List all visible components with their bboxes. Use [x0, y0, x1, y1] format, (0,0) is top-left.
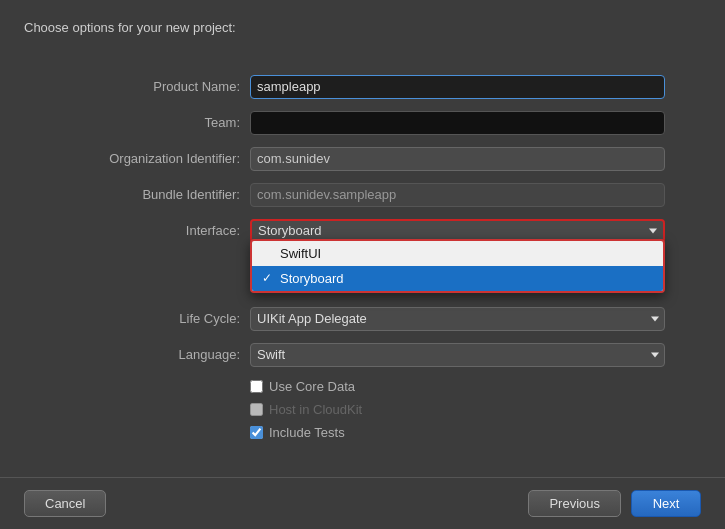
interface-row: Interface: Storyboard SwiftUI ✓ Storyboa…: [60, 219, 665, 243]
interface-dropdown-arrow: [649, 228, 657, 233]
new-project-dialog: Choose options for your new project: Pro…: [0, 0, 725, 529]
team-row: Team:: [60, 111, 665, 135]
include-tests-label: Include Tests: [269, 425, 345, 440]
language-dropdown-wrapper: Swift: [250, 343, 665, 367]
footer-right-buttons: Previous Next: [528, 490, 701, 517]
cancel-button[interactable]: Cancel: [24, 490, 106, 517]
language-row: Language: Swift: [60, 343, 665, 367]
use-core-data-label: Use Core Data: [269, 379, 355, 394]
interface-selected-value: Storyboard: [258, 223, 639, 238]
include-tests-checkbox[interactable]: [250, 426, 263, 439]
product-name-input[interactable]: [250, 75, 665, 99]
team-input[interactable]: [250, 111, 665, 135]
lifecycle-label: Life Cycle:: [60, 311, 250, 326]
include-tests-container: Include Tests: [250, 425, 345, 440]
host-cloudkit-row: Host in CloudKit: [60, 402, 665, 417]
org-id-label: Organization Identifier:: [60, 151, 250, 166]
host-cloudkit-checkbox[interactable]: [250, 403, 263, 416]
interface-option-swiftui[interactable]: SwiftUI: [252, 241, 663, 266]
dialog-title: Choose options for your new project:: [0, 0, 725, 45]
product-name-label: Product Name:: [60, 79, 250, 94]
product-name-row: Product Name:: [60, 75, 665, 99]
swiftui-label: SwiftUI: [280, 246, 321, 261]
language-label: Language:: [60, 347, 250, 362]
lifecycle-row: Life Cycle: UIKit App Delegate: [60, 307, 665, 331]
interface-option-storyboard[interactable]: ✓ Storyboard: [252, 266, 663, 291]
use-core-data-row: Use Core Data: [60, 379, 665, 394]
bundle-id-label: Bundle Identifier:: [60, 187, 250, 202]
previous-button[interactable]: Previous: [528, 490, 621, 517]
storyboard-check: ✓: [262, 271, 276, 285]
storyboard-label: Storyboard: [280, 271, 344, 286]
use-core-data-checkbox[interactable]: [250, 380, 263, 393]
host-cloudkit-container: Host in CloudKit: [250, 402, 362, 417]
bundle-id-row: Bundle Identifier: com.sunidev.sampleapp: [60, 183, 665, 207]
include-tests-row: Include Tests: [60, 425, 665, 440]
lifecycle-dropdown[interactable]: UIKit App Delegate: [250, 307, 665, 331]
bundle-id-value: com.sunidev.sampleapp: [250, 183, 665, 207]
language-dropdown[interactable]: Swift: [250, 343, 665, 367]
team-label: Team:: [60, 115, 250, 130]
org-id-input[interactable]: [250, 147, 665, 171]
org-id-row: Organization Identifier:: [60, 147, 665, 171]
dialog-body: Product Name: Team: Organization Identif…: [0, 45, 725, 477]
interface-dropdown-popup: SwiftUI ✓ Storyboard: [250, 239, 665, 293]
interface-label: Interface:: [60, 223, 250, 238]
lifecycle-dropdown-wrapper: UIKit App Delegate: [250, 307, 665, 331]
use-core-data-container: Use Core Data: [250, 379, 355, 394]
next-button[interactable]: Next: [631, 490, 701, 517]
dialog-footer: Cancel Previous Next: [0, 477, 725, 529]
host-cloudkit-label: Host in CloudKit: [269, 402, 362, 417]
